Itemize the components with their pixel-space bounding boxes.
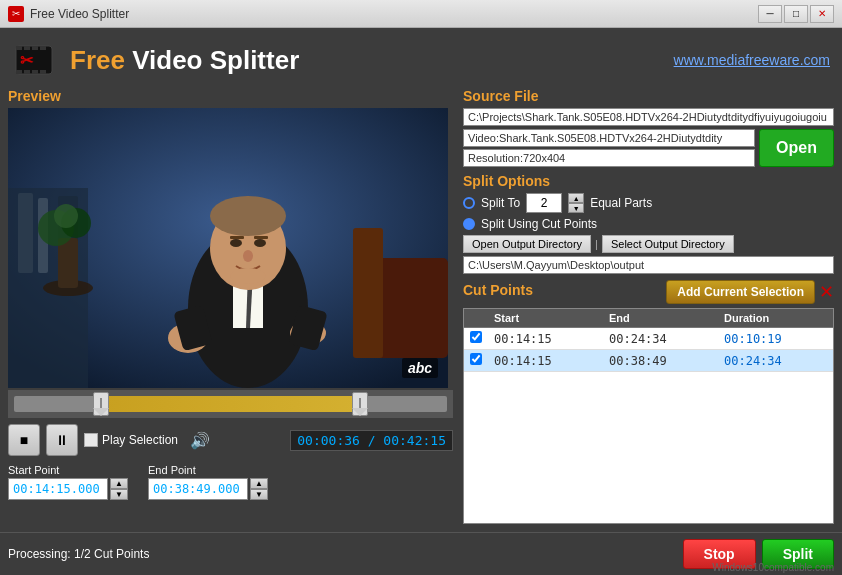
svg-rect-7 bbox=[32, 70, 38, 74]
preview-label: Preview bbox=[8, 88, 453, 104]
pause-button[interactable]: ⏸ bbox=[46, 424, 78, 456]
source-info-resolution: Resolution:720x404 bbox=[463, 149, 755, 167]
stop-button[interactable]: ■ bbox=[8, 424, 40, 456]
output-path: C:\Users\M.Qayyum\Desktop\output bbox=[463, 256, 834, 274]
minimize-button[interactable]: ─ bbox=[758, 5, 782, 23]
end-point-up[interactable]: ▲ bbox=[250, 478, 268, 489]
svg-point-28 bbox=[254, 239, 266, 247]
video-background: abc bbox=[8, 108, 448, 388]
app-icon: ✂ bbox=[8, 6, 24, 22]
header-area: ✂ Free Video Splitter www.mediafreeware.… bbox=[0, 28, 842, 88]
col-start: Start bbox=[488, 309, 603, 328]
row-checkbox[interactable] bbox=[470, 353, 482, 365]
cut-points-title: Cut Points bbox=[463, 282, 533, 298]
svg-point-31 bbox=[243, 250, 253, 262]
split-parts-input[interactable] bbox=[526, 193, 562, 213]
cut-points-table-container: Start End Duration 00:14:15 00:24:34 00:… bbox=[463, 308, 834, 524]
svg-rect-1 bbox=[16, 46, 22, 50]
app-title: Free Video Splitter bbox=[70, 45, 299, 76]
time-display: 00:00:36 / 00:42:15 bbox=[290, 430, 453, 451]
svg-rect-16 bbox=[58, 238, 78, 288]
split-cut-row: Split Using Cut Points bbox=[463, 217, 834, 231]
abc-logo: abc bbox=[402, 358, 438, 378]
end-point-input[interactable] bbox=[148, 478, 248, 500]
svg-rect-3 bbox=[32, 46, 38, 50]
row-start: 00:14:15 bbox=[488, 350, 603, 372]
close-button[interactable]: ✕ bbox=[810, 5, 834, 23]
svg-rect-4 bbox=[40, 46, 46, 50]
open-output-dir-button[interactable]: Open Output Directory bbox=[463, 235, 591, 253]
cut-points-tbody: 00:14:15 00:24:34 00:10:19 00:14:15 00:3… bbox=[464, 328, 833, 372]
controls-row: ■ ⏸ Play Selection 🔊 00:00:36 / 00:42:15 bbox=[8, 424, 453, 456]
row-checkbox[interactable] bbox=[470, 331, 482, 343]
svg-rect-2 bbox=[24, 46, 30, 50]
svg-rect-6 bbox=[24, 70, 30, 74]
title-bar-text: Free Video Splitter bbox=[30, 7, 758, 21]
svg-point-26 bbox=[210, 196, 286, 236]
end-point-input-row: ▲ ▼ bbox=[148, 478, 268, 500]
split-parts-spinner: ▲ ▼ bbox=[568, 193, 584, 213]
processing-text: Processing: 1/2 Cut Points bbox=[8, 547, 149, 561]
start-point-down[interactable]: ▼ bbox=[110, 489, 128, 500]
start-point-input-row: ▲ ▼ bbox=[8, 478, 128, 500]
svg-rect-29 bbox=[230, 236, 244, 239]
svg-rect-21 bbox=[353, 228, 383, 358]
volume-icon[interactable]: 🔊 bbox=[190, 431, 210, 450]
split-parts-up[interactable]: ▲ bbox=[568, 193, 584, 203]
split-options-section: Split Options Split To ▲ ▼ Equal Parts S… bbox=[463, 173, 834, 274]
main-container: ✂ Free Video Splitter www.mediafreeware.… bbox=[0, 28, 842, 575]
source-file-path: C:\Projects\Shark.Tank.S05E08.HDTVx264-2… bbox=[463, 108, 834, 126]
end-point-down[interactable]: ▼ bbox=[250, 489, 268, 500]
right-panel: Source File C:\Projects\Shark.Tank.S05E0… bbox=[463, 88, 834, 524]
svg-text:✂: ✂ bbox=[20, 52, 34, 69]
timeline-area[interactable] bbox=[8, 390, 453, 418]
col-check bbox=[464, 309, 488, 328]
app-logo: ✂ bbox=[12, 36, 60, 84]
delete-cut-point-button[interactable]: ✕ bbox=[819, 281, 834, 303]
start-point-up[interactable]: ▲ bbox=[110, 478, 128, 489]
split-cut-label: Split Using Cut Points bbox=[481, 217, 597, 231]
split-to-radio[interactable] bbox=[463, 197, 475, 209]
row-duration: 00:10:19 bbox=[718, 328, 833, 350]
logo-area: ✂ Free Video Splitter bbox=[12, 36, 299, 84]
website-link[interactable]: www.mediafreeware.com bbox=[674, 52, 830, 68]
svg-rect-5 bbox=[16, 70, 22, 74]
col-duration: Duration bbox=[718, 309, 833, 328]
row-end: 00:38:49 bbox=[603, 350, 718, 372]
table-row[interactable]: 00:14:15 00:24:34 00:10:19 bbox=[464, 328, 833, 350]
start-point-spinner: ▲ ▼ bbox=[110, 478, 128, 500]
split-cut-radio[interactable] bbox=[463, 218, 475, 230]
play-selection-area: Play Selection bbox=[84, 433, 178, 447]
split-parts-down[interactable]: ▼ bbox=[568, 203, 584, 213]
open-button[interactable]: Open bbox=[759, 129, 834, 167]
window-controls: ─ □ ✕ bbox=[758, 5, 834, 23]
start-point-input[interactable] bbox=[8, 478, 108, 500]
col-end: End bbox=[603, 309, 718, 328]
split-to-label: Split To bbox=[481, 196, 520, 210]
row-start: 00:14:15 bbox=[488, 328, 603, 350]
cut-points-table: Start End Duration 00:14:15 00:24:34 00:… bbox=[464, 309, 833, 372]
source-info-video: Video:Shark.Tank.S05E08.HDTVx264-2HDiuty… bbox=[463, 129, 755, 147]
maximize-button[interactable]: □ bbox=[784, 5, 808, 23]
start-point-group: Start Point ▲ ▼ bbox=[8, 464, 128, 500]
source-file-row2: Video:Shark.Tank.S05E08.HDTVx264-2HDiuty… bbox=[463, 129, 834, 167]
end-point-label: End Point bbox=[148, 464, 268, 476]
svg-rect-12 bbox=[18, 193, 33, 273]
cut-points-section: Cut Points Add Current Selection ✕ Start… bbox=[463, 280, 834, 524]
table-row[interactable]: 00:14:15 00:38:49 00:24:34 bbox=[464, 350, 833, 372]
cut-points-actions: Add Current Selection ✕ bbox=[666, 280, 834, 304]
select-output-dir-button[interactable]: Select Output Directory bbox=[602, 235, 734, 253]
watermark: Windows10compatible.com bbox=[712, 562, 834, 573]
play-selection-checkbox[interactable] bbox=[84, 433, 98, 447]
app-title-rest: Video Splitter bbox=[132, 45, 299, 75]
split-options-title: Split Options bbox=[463, 173, 834, 189]
add-selection-button[interactable]: Add Current Selection bbox=[666, 280, 815, 304]
start-point-label: Start Point bbox=[8, 464, 128, 476]
app-title-free: Free bbox=[70, 45, 132, 75]
svg-point-32 bbox=[230, 268, 266, 284]
row-duration: 00:24:34 bbox=[718, 350, 833, 372]
start-end-row: Start Point ▲ ▼ End Point ▲ bbox=[8, 464, 453, 500]
svg-rect-30 bbox=[254, 236, 268, 239]
svg-point-27 bbox=[230, 239, 242, 247]
equal-parts-label: Equal Parts bbox=[590, 196, 652, 210]
